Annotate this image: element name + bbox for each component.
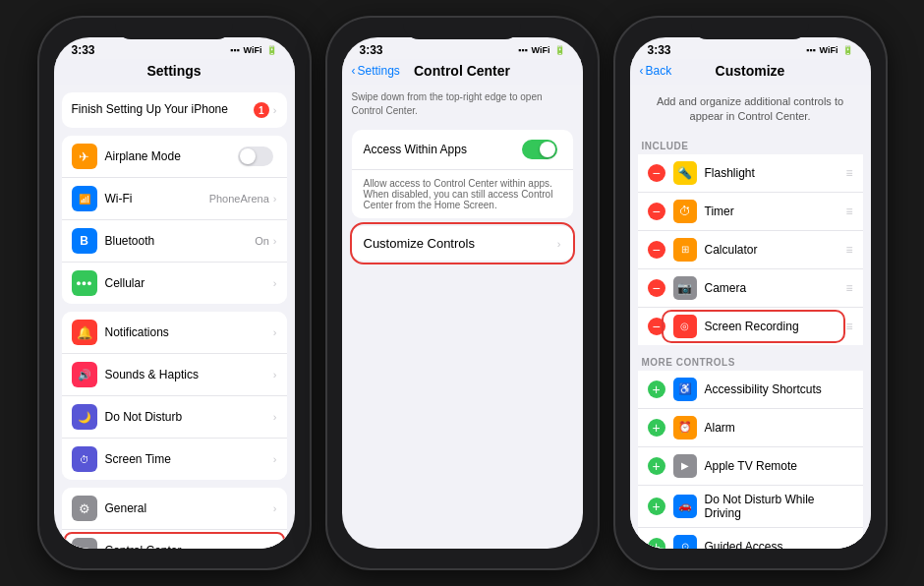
customize-controls-btn[interactable]: Customize Controls › [352,226,573,261]
guided-access-add[interactable]: + [648,538,665,549]
screen-2: 3:33 ▪▪▪ WiFi 🔋 ‹ Settings Control Cente… [342,37,583,549]
camera-remove[interactable]: − [648,279,665,297]
flashlight-drag[interactable]: ≡ [845,166,852,180]
notif-chevron: › [273,326,277,338]
apple-tv-item[interactable]: + ▶ Apple TV Remote [638,447,863,486]
back-label-3: Back [646,64,672,78]
accessibility-label: Accessibility Shortcuts [705,382,853,396]
screen-recording-remove[interactable]: − [648,318,665,335]
general-item[interactable]: ⚙ General › [62,488,287,530]
access-within-apps-row[interactable]: Access Within Apps [352,130,573,170]
notifications-item[interactable]: 🔔 Notifications › [62,312,287,354]
customize-content: Add and organize additional controls to … [630,85,871,549]
battery-icon: 🔋 [266,45,277,55]
general-icon: ⚙ [72,496,97,521]
bluetooth-chevron: › [273,235,277,247]
wifi-value: PhoneArena [209,193,269,205]
flashlight-item[interactable]: − 🔦 Flashlight ≡ [638,154,863,193]
camera-drag[interactable]: ≡ [845,281,852,295]
customize-label: Customize Controls [364,236,475,251]
timer-icon: ⏱ [673,200,697,223]
time-3: 3:33 [648,43,671,57]
timer-item[interactable]: − ⏱ Timer ≡ [638,193,863,231]
airplane-toggle[interactable] [238,146,273,166]
apple-tv-label: Apple TV Remote [705,459,853,473]
wifi-label: Wi-Fi [105,192,209,205]
screen-recording-item[interactable]: − ◎ Screen Recording ≡ [638,308,863,345]
time-2: 3:33 [360,43,383,57]
screen-time-chevron: › [273,453,277,465]
flashlight-remove[interactable]: − [648,164,665,182]
dnd-driving-add[interactable]: + [648,498,665,515]
calculator-remove[interactable]: − [648,241,665,259]
notifications-group: 🔔 Notifications › 🔊 Sounds & Haptics › 🌙… [62,312,287,480]
back-chevron-3: ‹ [640,64,644,78]
guided-access-icon: ⊙ [673,535,697,549]
customize-chevron: › [557,238,561,250]
dnd-driving-icon: 🚗 [673,495,697,518]
back-button-2[interactable]: ‹ Settings [352,64,400,78]
dnd-driving-item[interactable]: + 🚗 Do Not Disturb While Driving [638,486,863,528]
timer-drag[interactable]: ≡ [845,205,852,218]
camera-item[interactable]: − 📷 Camera ≡ [638,269,863,308]
alarm-add[interactable]: + [648,419,665,437]
access-toggle[interactable] [522,140,557,159]
wifi-item[interactable]: 📶 Wi-Fi PhoneArena › [62,178,287,220]
notifications-icon: 🔔 [72,320,97,345]
more-group: + ♿ Accessibility Shortcuts + ⏰ Alarm + … [638,371,863,549]
finish-badge: 1 [254,102,269,118]
wifi-icon-2: WiFi [532,45,550,55]
cc-description: Swipe down from the top-right edge to op… [352,90,573,118]
access-desc-container: Allow access to Control Center within ap… [352,170,573,218]
iphone-1: 3:33 ▪▪▪ WiFi 🔋 Settings Finish Setting … [39,18,310,568]
screen-recording-drag[interactable]: ≡ [845,320,852,333]
accessibility-icon: ♿ [673,378,697,401]
screen-time-item[interactable]: ⏱ Screen Time › [62,439,287,480]
dnd-label: Do Not Disturb [105,410,273,424]
calculator-label: Calculator [705,243,846,257]
dnd-item[interactable]: 🌙 Do Not Disturb › [62,396,287,439]
screen-time-icon: ⏱ [72,446,97,472]
cellular-item[interactable]: ●●● Cellular › [62,263,287,304]
apple-tv-add[interactable]: + [648,457,665,475]
control-center-item[interactable]: ⊞ Control Center › [62,530,287,549]
bluetooth-label: Bluetooth [105,234,256,248]
timer-remove[interactable]: − [648,203,665,220]
calculator-drag[interactable]: ≡ [845,243,852,257]
customize-desc: Add and organize additional controls to … [630,85,871,135]
more-controls-header: MORE CONTROLS [630,351,871,371]
notch-1 [115,18,233,39]
nav-bar-2: ‹ Settings Control Center [342,59,583,85]
airplane-mode-item[interactable]: ✈ Airplane Mode [62,136,287,178]
accessibility-add[interactable]: + [648,381,665,398]
wifi-chevron: › [273,193,277,205]
sounds-item[interactable]: 🔊 Sounds & Haptics › [62,354,287,396]
sounds-icon: 🔊 [72,362,97,387]
access-label: Access Within Apps [364,143,467,156]
back-chevron-2: ‹ [352,64,356,78]
status-icons-1: ▪▪▪ WiFi 🔋 [230,45,277,55]
sounds-chevron: › [273,369,277,381]
flashlight-label: Flashlight [705,166,846,180]
bluetooth-icon: B [72,228,97,254]
back-button-3[interactable]: ‹ Back [640,64,672,78]
iphone-3: 3:33 ▪▪▪ WiFi 🔋 ‹ Back Customize Add and… [615,18,886,568]
guided-access-item[interactable]: + ⊙ Guided Access [638,528,863,549]
accessibility-item[interactable]: + ♿ Accessibility Shortcuts [638,371,863,409]
camera-label: Camera [705,281,846,295]
access-desc: Allow access to Control Center within ap… [364,178,561,210]
camera-icon: 📷 [673,276,697,300]
general-group: ⚙ General › ⊞ Control Center › AA Displa… [62,488,287,549]
control-center-label: Control Center [105,544,273,549]
finish-banner[interactable]: Finish Setting Up Your iPhone 1 › [62,92,287,128]
include-header: INCLUDE [630,135,871,154]
network-group: ✈ Airplane Mode 📶 Wi-Fi PhoneArena › B B… [62,136,287,304]
bluetooth-item[interactable]: B Bluetooth On › [62,220,287,263]
include-group: − 🔦 Flashlight ≡ − ⏱ Timer ≡ − ⊞ Calcula… [638,154,863,345]
status-bar-2: 3:33 ▪▪▪ WiFi 🔋 [342,37,583,59]
alarm-item[interactable]: + ⏰ Alarm [638,409,863,447]
flashlight-icon: 🔦 [673,161,697,185]
notch-2 [403,18,521,39]
calculator-item[interactable]: − ⊞ Calculator ≡ [638,231,863,269]
alarm-label: Alarm [705,421,853,435]
